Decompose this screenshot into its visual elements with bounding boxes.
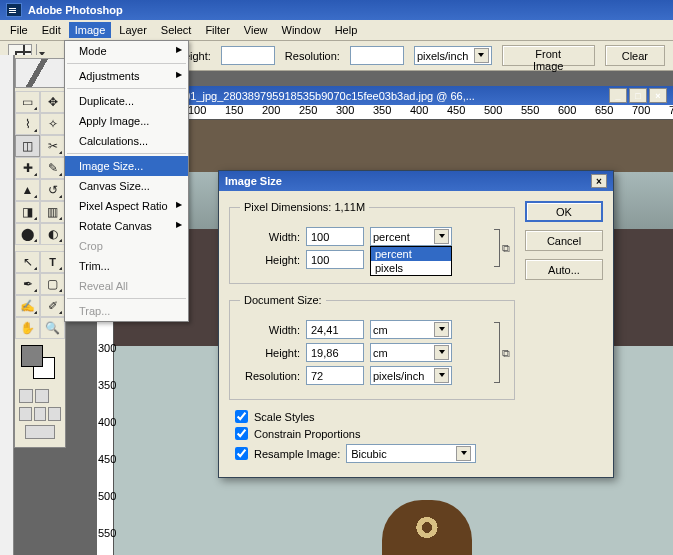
app-titlebar: Adobe Photoshop <box>0 0 673 20</box>
unit-opt-pixels[interactable]: pixels <box>371 261 451 275</box>
menu-image[interactable]: Image <box>69 22 112 38</box>
screen-standard[interactable] <box>19 407 32 421</box>
tool-stamp[interactable]: ▲ <box>15 179 40 201</box>
doc-height-unit-select[interactable]: cm <box>370 343 452 362</box>
menu-edit[interactable]: Edit <box>36 22 67 38</box>
menu-pixel-aspect[interactable]: Pixel Aspect Ratio <box>65 196 188 216</box>
menubar: File Edit Image Layer Select Filter View… <box>0 20 673 41</box>
tool-marquee[interactable]: ▭ <box>15 91 40 113</box>
doc-width-label: Width: <box>240 324 300 336</box>
jump-to[interactable] <box>25 425 55 439</box>
menu-file[interactable]: File <box>4 22 34 38</box>
menu-rotate-canvas[interactable]: Rotate Canvas <box>65 216 188 236</box>
resample-checkbox[interactable] <box>235 447 248 460</box>
tool-move[interactable]: ✥ <box>40 91 65 113</box>
menu-help[interactable]: Help <box>329 22 364 38</box>
tool-shape[interactable]: ▢ <box>40 273 65 295</box>
doc-max-button[interactable]: □ <box>629 88 647 103</box>
opt-res-unit-select[interactable]: pixels/inch <box>414 46 492 65</box>
tool-brush[interactable]: ✎ <box>40 157 65 179</box>
tool-notes[interactable]: ✍ <box>15 295 40 317</box>
tool-eyedrop[interactable]: ✐ <box>40 295 65 317</box>
menu-view[interactable]: View <box>238 22 274 38</box>
resample-method-select[interactable]: Bicubic <box>346 444 476 463</box>
px-link-bracket: ⧉ <box>492 223 504 273</box>
menu-canvas-size[interactable]: Canvas Size... <box>65 176 188 196</box>
px-width-input[interactable] <box>306 227 364 246</box>
opt-res-label: Resolution: <box>285 50 340 62</box>
doc-height-label: Height: <box>240 347 300 359</box>
scale-styles-label: Scale Styles <box>254 411 315 423</box>
doc-width-unit-select[interactable]: cm <box>370 320 452 339</box>
image-menu-dropdown: Mode Adjustments Duplicate... Apply Imag… <box>64 40 189 322</box>
menu-duplicate[interactable]: Duplicate... <box>65 91 188 111</box>
tool-pen[interactable]: ✒ <box>15 273 40 295</box>
tool-history[interactable]: ↺ <box>40 179 65 201</box>
doc-close-button[interactable]: × <box>649 88 667 103</box>
unit-dropdown-list: percent pixels <box>370 246 452 276</box>
tool-blur[interactable]: ⬤ <box>15 223 40 245</box>
color-swatches[interactable] <box>15 339 65 389</box>
constrain-label: Constrain Proportions <box>254 428 360 440</box>
px-width-unit-select[interactable]: percent percent pixels <box>370 227 452 246</box>
tool-dodge[interactable]: ◐ <box>40 223 65 245</box>
dialog-close-button[interactable]: × <box>591 174 607 188</box>
chain-icon: ⧉ <box>502 346 510 359</box>
opt-res-input[interactable] <box>350 46 404 65</box>
mode-standard[interactable] <box>19 389 33 403</box>
foreground-color[interactable] <box>21 345 43 367</box>
doc-link-bracket: ⧉ <box>492 316 504 389</box>
opt-height-input[interactable] <box>221 46 275 65</box>
menu-trim[interactable]: Trim... <box>65 256 188 276</box>
tool-zoom[interactable]: 🔍 <box>40 317 65 339</box>
menu-image-size[interactable]: Image Size... <box>65 156 188 176</box>
menu-adjustments[interactable]: Adjustments <box>65 66 188 86</box>
tool-lasso[interactable]: ⌇ <box>15 113 40 135</box>
px-height-label: Height: <box>240 254 300 266</box>
front-image-button[interactable]: Front Image <box>502 45 595 66</box>
mode-quickmask[interactable] <box>35 389 49 403</box>
tool-hand[interactable]: ✋ <box>15 317 40 339</box>
tool-eraser[interactable]: ◨ <box>15 201 40 223</box>
dock-strip <box>0 55 14 555</box>
image-size-dialog: Image Size × Pixel Dimensions: 1,11M Wid… <box>218 170 614 478</box>
px-height-input[interactable] <box>306 250 364 269</box>
menu-select[interactable]: Select <box>155 22 198 38</box>
tool-slice[interactable]: ✂ <box>40 135 65 157</box>
doc-res-input[interactable] <box>306 366 364 385</box>
app-title: Adobe Photoshop <box>28 4 123 16</box>
doc-height-input[interactable] <box>306 343 364 362</box>
menu-crop: Crop <box>65 236 188 256</box>
ok-button[interactable]: OK <box>525 201 603 222</box>
tool-path[interactable]: ↖ <box>15 251 40 273</box>
menu-layer[interactable]: Layer <box>113 22 153 38</box>
screen-fullmenu[interactable] <box>34 407 47 421</box>
tool-heal[interactable]: ✚ <box>15 157 40 179</box>
doc-res-label: Resolution: <box>240 370 300 382</box>
scale-styles-checkbox[interactable] <box>235 410 248 423</box>
unit-opt-percent[interactable]: percent <box>371 247 451 261</box>
menu-reveal-all: Reveal All <box>65 276 188 296</box>
dialog-title: Image Size <box>225 175 282 187</box>
tool-type[interactable]: T <box>40 251 65 273</box>
constrain-checkbox[interactable] <box>235 427 248 440</box>
doc-min-button[interactable]: _ <box>609 88 627 103</box>
doc-width-input[interactable] <box>306 320 364 339</box>
tool-crop[interactable]: ◫ <box>15 135 40 157</box>
screen-full[interactable] <box>48 407 61 421</box>
menu-window[interactable]: Window <box>276 22 327 38</box>
auto-button[interactable]: Auto... <box>525 259 603 280</box>
menu-filter[interactable]: Filter <box>199 22 235 38</box>
clear-button[interactable]: Clear <box>605 45 665 66</box>
menu-apply-image[interactable]: Apply Image... <box>65 111 188 131</box>
menu-mode[interactable]: Mode <box>65 41 188 61</box>
menu-calculations[interactable]: Calculations... <box>65 131 188 151</box>
resample-label: Resample Image: <box>254 448 340 460</box>
px-width-label: Width: <box>240 231 300 243</box>
dialog-titlebar[interactable]: Image Size × <box>219 171 613 191</box>
doc-res-unit-select[interactable]: pixels/inch <box>370 366 452 385</box>
cancel-button[interactable]: Cancel <box>525 230 603 251</box>
tool-wand[interactable]: ✧ <box>40 113 65 135</box>
tool-gradient[interactable]: ▥ <box>40 201 65 223</box>
horizontal-ruler: 0501001502002503003504004505005506006507… <box>114 103 673 120</box>
